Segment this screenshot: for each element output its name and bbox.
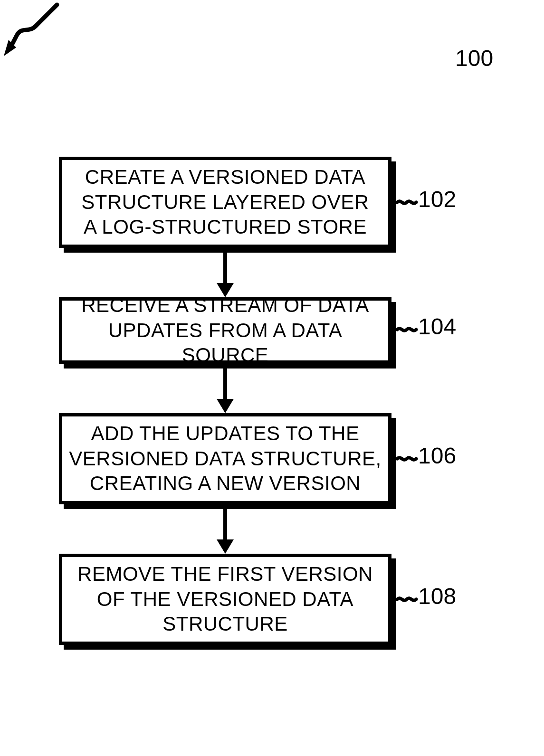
step-108-ref: 108 bbox=[418, 583, 456, 609]
lead-line-108-icon bbox=[396, 593, 417, 606]
step-108-box: REMOVE THE FIRST VERSION OF THE VERSIONE… bbox=[59, 554, 391, 645]
title-arrow-icon bbox=[0, 0, 67, 62]
arrow-3-to-4-head-icon bbox=[217, 539, 234, 554]
step-106-text: ADD THE UPDATES TO THE VERSIONED DATA ST… bbox=[69, 421, 381, 496]
arrow-1-to-2-shaft bbox=[223, 253, 227, 284]
arrow-3-to-4-shaft bbox=[223, 509, 227, 540]
arrow-2-to-3-head-icon bbox=[217, 399, 234, 413]
step-108-text: REMOVE THE FIRST VERSION OF THE VERSIONE… bbox=[77, 562, 373, 637]
step-104-text: RECEIVE A STREAM OF DATA UPDATES FROM A … bbox=[69, 293, 382, 368]
arrow-2-to-3-shaft bbox=[223, 369, 227, 400]
lead-line-104-icon bbox=[396, 323, 417, 336]
step-104-ref: 104 bbox=[418, 313, 456, 340]
step-104-box: RECEIVE A STREAM OF DATA UPDATES FROM A … bbox=[59, 297, 391, 364]
step-102-ref: 102 bbox=[418, 186, 456, 212]
lead-line-102-icon bbox=[396, 196, 417, 209]
figure-ref-100: 100 bbox=[455, 45, 493, 71]
step-102-text: CREATE A VERSIONED DATA STRUCTURE LAYERE… bbox=[81, 165, 369, 240]
lead-line-106-icon bbox=[396, 452, 417, 465]
step-106-box: ADD THE UPDATES TO THE VERSIONED DATA ST… bbox=[59, 413, 391, 504]
flowchart-canvas: 100 CREATE A VERSIONED DATA STRUCTURE LA… bbox=[0, 0, 544, 756]
step-106-ref: 106 bbox=[418, 443, 456, 469]
step-102-box: CREATE A VERSIONED DATA STRUCTURE LAYERE… bbox=[59, 157, 391, 248]
